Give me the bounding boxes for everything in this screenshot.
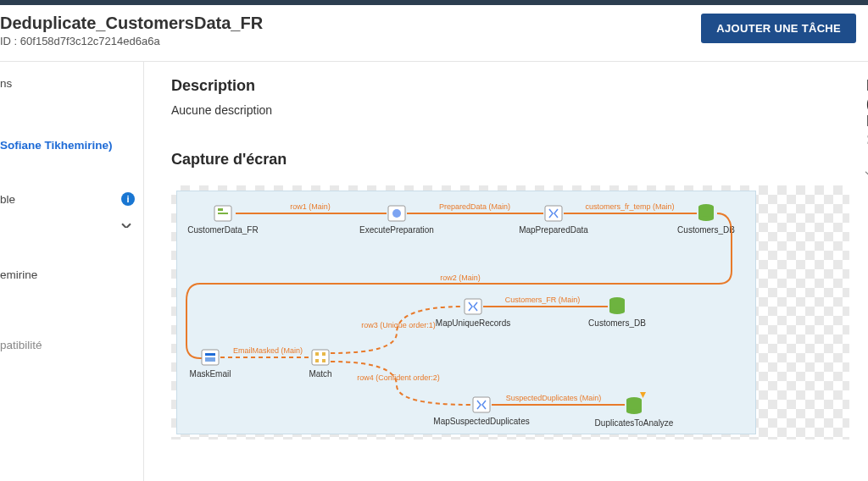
svg-text:DuplicatesToAnalyze: DuplicatesToAnalyze (595, 418, 674, 428)
svg-text:row3 (Unique order:1): row3 (Unique order:1) (361, 321, 436, 329)
svg-rect-1 (218, 208, 223, 211)
svg-text:MapSuspectedDuplicates: MapSuspectedDuplicates (433, 417, 529, 426)
page-id: ID : 60f158d7f3c12c7214ed6a6a (0, 35, 263, 47)
chevron-down-icon (121, 221, 131, 228)
svg-rect-26 (322, 352, 326, 356)
svg-text:MapPreparedData: MapPreparedData (519, 225, 588, 235)
svg-text:row1 (Main): row1 (Main) (290, 202, 331, 211)
svg-text:customers_fr_temp (Main): customers_fr_temp (Main) (585, 202, 674, 211)
svg-text:Customers_FR (Main): Customers_FR (Main) (505, 296, 581, 304)
add-task-button[interactable]: AJOUTER UNE TÂCHE (701, 14, 856, 43)
svg-rect-22 (205, 357, 215, 362)
svg-text:Customers_DB: Customers_DB (677, 225, 735, 235)
svg-text:Customers_DB: Customers_DB (588, 318, 646, 328)
info-icon[interactable]: i (121, 192, 135, 206)
svg-point-34 (609, 309, 625, 314)
sidebar-item[interactable]: ns (0, 77, 135, 90)
svg-rect-27 (315, 359, 319, 362)
svg-text:row4 (Confident order:2): row4 (Confident order:2) (357, 373, 440, 382)
svg-point-5 (392, 209, 401, 218)
svg-text:PreparedData (Main): PreparedData (Main) (439, 202, 510, 211)
svg-text:MaskEmail: MaskEmail (190, 369, 231, 379)
page-header: Deduplicate_CustomersData_FR ID : 60f158… (0, 5, 868, 62)
description-text: Aucune description (171, 103, 849, 117)
sidebar: ns Sofiane Tikhemirine) ble i emirine pa… (0, 62, 144, 481)
svg-rect-36 (473, 397, 490, 412)
svg-rect-24 (312, 350, 329, 365)
description-heading: Description (171, 77, 849, 95)
sidebar-expand[interactable] (0, 221, 135, 228)
svg-text:CustomerData_FR: CustomerData_FR (187, 225, 258, 235)
svg-point-40 (626, 409, 642, 414)
sidebar-owner-link[interactable]: Sofiane Tikhemirine) (0, 139, 135, 152)
sidebar-compat: patibilité (0, 339, 135, 351)
workflow-diagram: CustomerData_FR ExecutePreparation MapPr… (176, 191, 761, 434)
screenshot-preview: CustomerData_FR ExecutePreparation MapPr… (171, 185, 849, 440)
sidebar-availability: ble i (0, 192, 135, 206)
screenshot-heading: Capture d'écran (171, 151, 849, 169)
svg-text:MapUniqueRecords: MapUniqueRecords (436, 318, 510, 328)
main-content: Description Aucune description Capture d… (144, 62, 868, 481)
svg-text:ExecutePreparation: ExecutePreparation (359, 225, 434, 235)
svg-rect-2 (218, 213, 228, 214)
svg-point-11 (698, 216, 714, 221)
svg-rect-30 (465, 299, 481, 314)
svg-text:EmailMasked (Main): EmailMasked (Main) (233, 346, 303, 355)
page-title: Deduplicate_CustomersData_FR (0, 14, 263, 33)
sidebar-owner2: emirine (0, 268, 135, 281)
svg-rect-7 (545, 206, 562, 221)
svg-rect-28 (322, 359, 326, 362)
svg-text:row2 (Main): row2 (Main) (440, 274, 481, 282)
svg-text:Match: Match (309, 369, 331, 379)
svg-rect-21 (205, 353, 215, 356)
svg-rect-25 (315, 352, 319, 356)
svg-text:SuspectedDuplicates (Main): SuspectedDuplicates (Main) (506, 394, 602, 402)
